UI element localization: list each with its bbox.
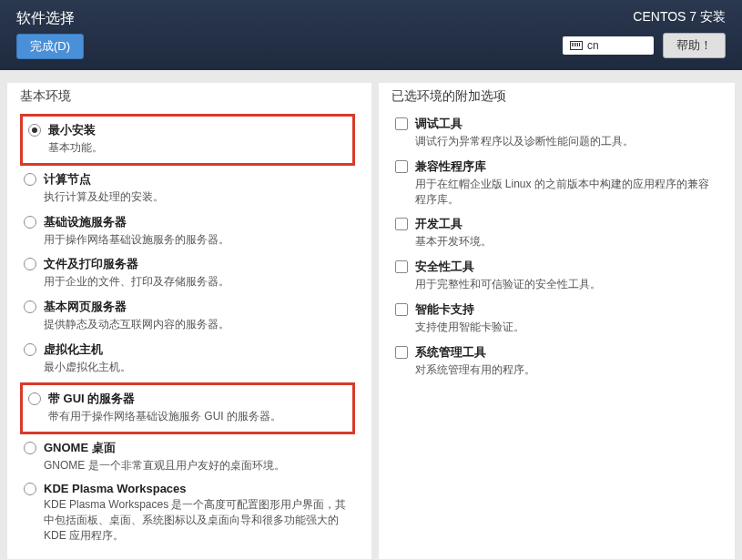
option-label: 基础设施服务器 xyxy=(44,214,127,230)
option-description: 执行计算及处理的安装。 xyxy=(24,188,355,205)
option-label: 带 GUI 的服务器 xyxy=(48,391,135,407)
base-environment-list[interactable]: 最小安装基本功能。计算节点执行计算及处理的安装。基础设施服务器用于操作网络基础设… xyxy=(20,112,359,552)
radio-button[interactable] xyxy=(24,216,36,229)
environment-option[interactable]: 基本网页服务器提供静态及动态互联网内容的服务器。 xyxy=(20,295,355,338)
radio-button[interactable] xyxy=(24,258,36,270)
page-title: 软件选择 xyxy=(16,9,84,28)
environment-option[interactable]: 文件及打印服务器用于企业的文件、打印及存储服务器。 xyxy=(20,252,355,295)
environment-option[interactable]: 最小安装基本功能。 xyxy=(25,118,351,161)
addon-option[interactable]: 兼容性程序库用于在红帽企业版 Linux 的之前版本中构建的应用程序的兼容程序库… xyxy=(391,155,719,213)
option-description: 最小虚拟化主机。 xyxy=(24,358,355,375)
checkbox[interactable] xyxy=(395,218,408,230)
checkbox[interactable] xyxy=(395,260,408,273)
option-description: 用于企业的文件、打印及存储服务器。 xyxy=(24,272,355,290)
addon-option[interactable]: 调试工具调试行为异常程序以及诊断性能问题的工具。 xyxy=(391,112,719,155)
option-description: 支持使用智能卡验证。 xyxy=(395,318,719,335)
option-description: 基本开发环境。 xyxy=(395,232,719,249)
radio-button[interactable] xyxy=(28,392,41,405)
option-label: 调试工具 xyxy=(415,116,462,132)
option-description: 用于操作网络基础设施服务的服务器。 xyxy=(24,230,355,248)
checkbox[interactable] xyxy=(395,346,408,359)
radio-button[interactable] xyxy=(24,343,36,356)
environment-option[interactable]: 基础设施服务器用于操作网络基础设施服务的服务器。 xyxy=(20,210,355,253)
base-environment-panel: 基本环境 最小安装基本功能。计算节点执行计算及处理的安装。基础设施服务器用于操作… xyxy=(7,83,371,559)
option-description: GNOME 是一个非常直观且用户友好的桌面环境。 xyxy=(24,456,355,473)
header-controls: cn 帮助！ xyxy=(563,33,726,58)
addons-list[interactable]: 调试工具调试行为异常程序以及诊断性能问题的工具。兼容性程序库用于在红帽企业版 L… xyxy=(391,112,723,552)
addon-option[interactable]: 安全性工具用于完整性和可信验证的安全性工具。 xyxy=(391,255,719,298)
environment-option[interactable]: KDE Plasma WorkspacesKDE Plasma Workspac… xyxy=(20,478,355,548)
addons-title: 已选环境的附加选项 xyxy=(391,83,723,112)
environment-option[interactable]: GNOME 桌面GNOME 是一个非常直观且用户友好的桌面环境。 xyxy=(20,436,355,479)
option-description: KDE Plasma Workspaces 是一个高度可配置图形用户界面，其中包… xyxy=(24,495,355,543)
option-description: 提供静态及动态互联网内容的服务器。 xyxy=(24,315,355,332)
option-label: 基本网页服务器 xyxy=(44,299,127,315)
option-label: 兼容性程序库 xyxy=(415,158,486,175)
option-label: GNOME 桌面 xyxy=(44,440,116,456)
checkbox[interactable] xyxy=(395,303,408,316)
addons-panel: 已选环境的附加选项 调试工具调试行为异常程序以及诊断性能问题的工具。兼容性程序库… xyxy=(379,83,736,559)
done-button[interactable]: 完成(D) xyxy=(16,34,84,59)
option-label: 文件及打印服务器 xyxy=(44,256,138,272)
keyboard-icon xyxy=(570,41,583,50)
header-bar: 软件选择 完成(D) CENTOS 7 安装 cn 帮助！ xyxy=(0,0,742,70)
keyboard-layout-text: cn xyxy=(587,39,599,52)
header-right: CENTOS 7 安装 cn 帮助！ xyxy=(563,9,726,59)
radio-button[interactable] xyxy=(28,124,41,137)
environment-option[interactable]: 虚拟化主机最小虚拟化主机。 xyxy=(20,338,355,381)
option-description: 用于完整性和可信验证的安全性工具。 xyxy=(395,275,719,292)
radio-button[interactable] xyxy=(24,300,36,313)
checkbox[interactable] xyxy=(395,160,408,173)
environment-option[interactable]: 带 GUI 的服务器带有用于操作网络基础设施服务 GUI 的服务器。 xyxy=(25,387,351,430)
radio-button[interactable] xyxy=(24,173,36,186)
radio-button[interactable] xyxy=(24,442,36,454)
option-label: 开发工具 xyxy=(415,216,462,232)
option-label: 虚拟化主机 xyxy=(44,341,103,358)
option-label: 安全性工具 xyxy=(415,259,474,275)
option-description: 对系统管理有用的程序。 xyxy=(395,361,719,378)
option-label: 最小安装 xyxy=(48,122,96,138)
addon-option[interactable]: 智能卡支持支持使用智能卡验证。 xyxy=(391,298,719,341)
content-area: 基本环境 最小安装基本功能。计算节点执行计算及处理的安装。基础设施服务器用于操作… xyxy=(0,70,742,559)
addon-option[interactable]: 开发工具基本开发环境。 xyxy=(391,212,719,255)
keyboard-layout-button[interactable]: cn xyxy=(563,36,654,55)
install-title: CENTOS 7 安装 xyxy=(633,9,726,25)
option-label: 智能卡支持 xyxy=(415,301,474,318)
checkbox[interactable] xyxy=(395,117,408,130)
header-left: 软件选择 完成(D) xyxy=(16,9,84,59)
option-label: 计算节点 xyxy=(44,171,91,188)
option-description: 调试行为异常程序以及诊断性能问题的工具。 xyxy=(395,132,719,149)
radio-button[interactable] xyxy=(24,483,36,495)
option-label: 系统管理工具 xyxy=(415,344,486,361)
addon-option[interactable]: 系统管理工具对系统管理有用的程序。 xyxy=(391,341,719,383)
environment-option[interactable]: 计算节点执行计算及处理的安装。 xyxy=(20,168,355,210)
option-description: 用于在红帽企业版 Linux 的之前版本中构建的应用程序的兼容程序库。 xyxy=(395,175,719,208)
option-description: 基本功能。 xyxy=(28,138,351,156)
option-label: KDE Plasma Workspaces xyxy=(44,482,187,495)
help-button[interactable]: 帮助！ xyxy=(663,33,726,58)
option-description: 带有用于操作网络基础设施服务 GUI 的服务器。 xyxy=(28,407,351,424)
environment-option[interactable]: 开发及生成工作站用于软件、硬件、图形或者内容开发的工作站。 xyxy=(20,549,355,552)
base-environment-title: 基本环境 xyxy=(20,83,359,112)
